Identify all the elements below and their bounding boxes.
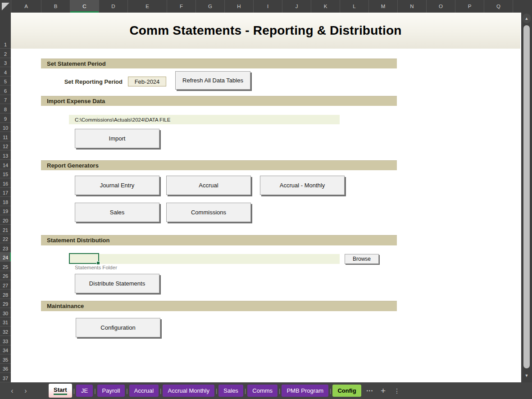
column-header-p[interactable]: P [455,0,484,13]
sheet-tab-comms[interactable]: Comms [247,385,277,397]
row-header-24[interactable]: 24 [0,253,11,262]
row-header-30[interactable]: 30 [0,308,11,317]
sheet-tabs: Start|JE|Payroll|Accrual|Accrual Monthly… [49,384,361,398]
sheet-tab-je[interactable]: JE [76,385,93,397]
column-header-h[interactable]: H [225,0,254,13]
row-header-16[interactable]: 16 [0,178,11,188]
set-reporting-period-label: Set Reporting Period [41,78,123,85]
row-header-29[interactable]: 29 [0,299,11,308]
section-maintainance: Maintainance [41,301,397,311]
column-header-l[interactable]: L [340,0,369,13]
row-header-15[interactable]: 15 [0,169,11,179]
row-header-2[interactable]: 2 [0,49,11,58]
refresh-all-data-tables-button[interactable]: Refresh All Data Tables [175,71,250,90]
row-header-19[interactable]: 19 [0,206,11,216]
row-header-8[interactable]: 8 [0,104,11,113]
sheet-tab-accrual-monthly[interactable]: Accrual Monthly [163,385,214,397]
row-header-6[interactable]: 6 [0,86,11,95]
commissions-button[interactable]: Commissions [166,203,251,222]
select-all-corner[interactable] [0,0,11,13]
browse-button[interactable]: Browse [345,254,379,264]
row-header-21[interactable]: 21 [0,225,11,234]
row-header-25[interactable]: 25 [0,262,11,271]
column-header-d[interactable]: D [99,0,128,13]
more-sheets-icon[interactable]: ••• [367,389,373,393]
select-all-icon [2,3,9,10]
row-header-20[interactable]: 20 [0,215,11,225]
row-header-17[interactable]: 17 [0,188,11,197]
reporting-period-field[interactable]: Feb-2024 [128,77,166,86]
scroll-up-icon[interactable]: ▲ [523,14,531,23]
statements-folder-field[interactable] [69,254,340,264]
configuration-button[interactable]: Configuration [76,318,160,337]
row-header-5[interactable]: 5 [0,77,11,86]
column-header-b[interactable]: B [41,0,70,13]
row-header-7[interactable]: 7 [0,95,11,104]
column-header-q[interactable]: Q [484,0,513,13]
sheet-tab-config[interactable]: Config [332,385,361,397]
row-header-22[interactable]: 22 [0,234,11,244]
row-header-33[interactable]: 33 [0,336,11,345]
active-cell-c24[interactable] [69,253,99,264]
column-header-o[interactable]: O [427,0,455,13]
page-title: Comm Statements - Reporting & Distributi… [129,23,401,38]
row-header-32[interactable]: 32 [0,326,11,336]
import-button[interactable]: Import [75,129,159,148]
column-header-m[interactable]: M [369,0,398,13]
tab-separator: | [216,387,217,394]
sales-button[interactable]: Sales [75,203,159,222]
row-header-26[interactable]: 26 [0,271,11,281]
tab-separator: | [330,387,331,394]
section-statement-distribution: Statement Distribution [41,235,397,245]
row-header-3[interactable]: 3 [0,58,11,68]
sheet-tab-payroll[interactable]: Payroll [97,385,125,397]
section-import-expense-data: Import Expense Data [41,96,397,106]
import-path-field[interactable]: C:\Commissions\Actuals\2024\DATA FILE [69,115,340,124]
column-header-f[interactable]: F [167,0,196,13]
column-header-k[interactable]: K [311,0,340,13]
fill-handle[interactable] [96,261,100,265]
row-header-12[interactable]: 12 [0,141,11,151]
row-header-28[interactable]: 28 [0,290,11,299]
row-header-34[interactable]: 34 [0,345,11,355]
journal-entry-button[interactable]: Journal Entry [75,176,159,195]
column-header-j[interactable]: J [282,0,311,13]
row-header-37[interactable]: 37 [0,373,11,382]
scroll-down-icon[interactable]: ▼ [523,371,531,380]
row-header-31[interactable]: 31 [0,317,11,327]
row-header-18[interactable]: 18 [0,197,11,206]
row-header-36[interactable]: 36 [0,364,11,373]
row-header-27[interactable]: 27 [0,280,11,290]
row-header-9[interactable]: 9 [0,113,11,123]
statements-folder-label: Statements Folder [75,265,117,270]
distribute-statements-button[interactable]: Distribute Statements [75,274,159,293]
vertical-scrollbar[interactable]: ▲ ▼ [521,0,532,382]
row-header-35[interactable]: 35 [0,354,11,364]
tab-splitter-icon[interactable]: ⋮ [394,387,400,394]
row-header-11[interactable]: 11 [0,132,11,141]
title-banner: Comm Statements - Reporting & Distributi… [11,13,520,49]
vertical-scrollbar-thumb[interactable] [523,25,530,368]
row-header-23[interactable]: 23 [0,243,11,253]
sheet-tab-pmb-program[interactable]: PMB Program [282,385,328,397]
column-header-i[interactable]: I [254,0,282,13]
accrual-monthly-button[interactable]: Accrual - Monthly [260,176,345,195]
row-headers: 1234567891011121314151617181920212223242… [0,13,11,382]
column-header-g[interactable]: G [196,0,225,13]
sheet-tab-start[interactable]: Start [49,384,72,398]
column-header-n[interactable]: N [398,0,427,13]
tab-nav-left-icon[interactable]: ‹ [7,382,17,399]
column-header-c[interactable]: C [70,0,99,13]
column-header-e[interactable]: E [128,0,167,13]
row-header-1[interactable]: 1 [0,13,11,49]
accrual-button[interactable]: Accrual [166,176,251,195]
sheet-tab-sales[interactable]: Sales [218,385,243,397]
row-header-13[interactable]: 13 [0,150,11,160]
row-header-14[interactable]: 14 [0,160,11,169]
row-header-10[interactable]: 10 [0,123,11,132]
row-header-4[interactable]: 4 [0,67,11,77]
sheet-tab-accrual[interactable]: Accrual [129,385,159,397]
add-sheet-icon[interactable]: + [381,386,386,396]
column-header-a[interactable]: A [11,0,41,13]
tab-nav-right-icon[interactable]: › [21,382,31,399]
